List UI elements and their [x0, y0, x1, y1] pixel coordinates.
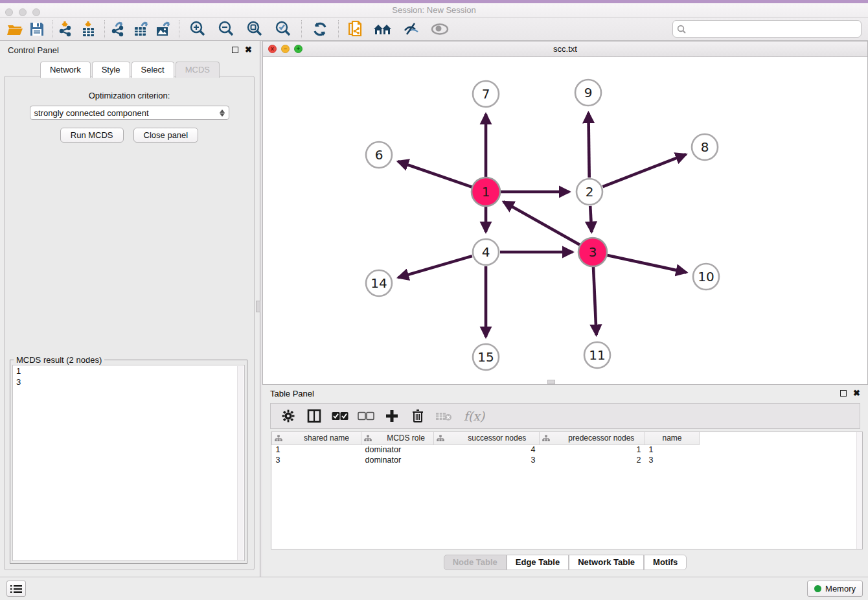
table-cell[interactable]: 1: [645, 444, 700, 455]
new-network-button[interactable]: [343, 19, 369, 39]
close-panel-icon[interactable]: ✖: [245, 47, 252, 53]
main-toolbar: [0, 17, 868, 41]
edge-1-6[interactable]: [398, 161, 472, 187]
node-label-10: 10: [698, 269, 714, 284]
edge-2-9[interactable]: [588, 113, 589, 178]
memory-label: Memory: [825, 584, 856, 594]
tab-node-table[interactable]: Node Table: [444, 555, 507, 570]
vertical-splitter-grip[interactable]: [256, 301, 260, 312]
open-session-icon: [6, 21, 23, 37]
tab-network-table[interactable]: Network Table: [569, 555, 644, 570]
deselect-all-button[interactable]: [358, 408, 374, 424]
column-header-successor-nodes[interactable]: successor nodes: [434, 432, 540, 444]
toolbar-separator: [179, 20, 179, 38]
table-cell[interactable]: 3: [272, 455, 361, 465]
window-traffic-lights[interactable]: [5, 8, 40, 16]
edge-4-14[interactable]: [398, 256, 472, 277]
column-type-icon: [275, 435, 282, 442]
export-table-button[interactable]: [131, 19, 153, 39]
delete-table-button[interactable]: [435, 408, 452, 424]
edge-2-3[interactable]: [590, 206, 591, 232]
search-input[interactable]: [689, 24, 861, 34]
save-session-button[interactable]: [26, 19, 48, 39]
close-network-icon[interactable]: x: [268, 45, 277, 53]
network-canvas[interactable]: 7968124314101511: [263, 57, 867, 384]
zoom-selected-button[interactable]: [269, 19, 297, 39]
tab-mcds[interactable]: MCDS: [176, 62, 220, 78]
column-header-MCDS-role[interactable]: MCDS role: [361, 432, 434, 444]
tab-select[interactable]: Select: [131, 62, 174, 78]
minimize-network-icon[interactable]: –: [281, 45, 290, 53]
edge-3-1[interactable]: [503, 202, 580, 245]
task-history-button[interactable]: [6, 581, 26, 597]
table-row[interactable]: 3dominator323: [272, 455, 700, 465]
open-session-button[interactable]: [4, 19, 26, 39]
network-graph[interactable]: 7968124314101511: [263, 57, 867, 384]
save-session-icon: [29, 21, 45, 37]
run-mcds-button[interactable]: Run MCDS: [60, 128, 124, 143]
export-network-button[interactable]: [109, 19, 131, 39]
zoom-fit-button[interactable]: [240, 19, 269, 39]
minimize-window-icon[interactable]: [19, 8, 27, 16]
table-cell[interactable]: dominator: [361, 444, 434, 455]
table-row[interactable]: 1dominator411: [272, 444, 700, 455]
column-type-icon: [542, 435, 550, 442]
maximize-network-icon[interactable]: +: [294, 45, 303, 53]
table-scrollbar[interactable]: [856, 432, 862, 549]
hide-panel-button[interactable]: [397, 19, 426, 39]
import-network-button[interactable]: [56, 19, 78, 39]
column-header-predecessor-nodes[interactable]: predecessor nodes: [540, 432, 645, 444]
delete-column-button[interactable]: [409, 408, 426, 424]
refresh-button[interactable]: [306, 19, 334, 39]
add-column-button[interactable]: [383, 408, 400, 424]
result-item[interactable]: 3: [13, 376, 244, 387]
scrollbar[interactable]: [237, 366, 244, 560]
float-panel-icon[interactable]: [232, 47, 238, 53]
edge-2-8[interactable]: [603, 154, 687, 187]
edge-3-11[interactable]: [593, 266, 597, 335]
export-image-button[interactable]: [153, 19, 175, 39]
table-cell[interactable]: 2: [540, 455, 645, 465]
result-item[interactable]: 1: [13, 365, 244, 376]
table-cell[interactable]: 3: [645, 455, 700, 465]
criterion-select[interactable]: strongly connected component: [30, 106, 229, 120]
column-layout-button[interactable]: [306, 408, 323, 424]
close-panel-button[interactable]: Close panel: [133, 128, 199, 143]
network-window-titlebar[interactable]: scc.txt x – +: [263, 41, 867, 57]
memory-button[interactable]: Memory: [807, 581, 863, 597]
table-cell[interactable]: 4: [434, 444, 540, 455]
column-header-shared-name[interactable]: shared name: [272, 432, 361, 444]
import-table-button[interactable]: [78, 19, 100, 39]
import-table-icon: [80, 21, 98, 38]
node-table[interactable]: shared nameMCDS rolesuccessor nodesprede…: [271, 432, 863, 549]
horizontal-splitter-grip[interactable]: [547, 380, 555, 384]
select-all-button[interactable]: [332, 408, 348, 424]
function-builder-button[interactable]: f(x): [461, 408, 487, 424]
close-window-icon[interactable]: [5, 8, 13, 16]
table-cell[interactable]: dominator: [361, 455, 434, 465]
control-panel-title: Control Panel: [8, 45, 59, 55]
table-cell[interactable]: 1: [540, 444, 645, 455]
table-cell[interactable]: 1: [272, 444, 361, 455]
tab-style[interactable]: Style: [92, 62, 130, 78]
home-button[interactable]: [369, 19, 397, 39]
zoom-in-button[interactable]: [183, 19, 212, 39]
float-table-panel-icon[interactable]: [840, 390, 847, 397]
mcds-tab-content: Optimization criterion: strongly connect…: [4, 76, 255, 570]
mcds-result-list[interactable]: 13: [12, 365, 245, 561]
show-eye-button[interactable]: [426, 19, 454, 39]
search-box[interactable]: [672, 20, 862, 38]
edge-3-10[interactable]: [606, 255, 686, 273]
tab-motifs[interactable]: Motifs: [644, 555, 687, 570]
zoom-out-button[interactable]: [212, 19, 240, 39]
column-header-name[interactable]: name: [645, 432, 700, 444]
tab-network[interactable]: Network: [40, 62, 91, 78]
tab-edge-table[interactable]: Edge Table: [507, 555, 569, 570]
close-table-panel-icon[interactable]: ✖: [853, 390, 860, 397]
zoom-window-icon[interactable]: [32, 8, 40, 16]
export-table-icon: [133, 21, 151, 38]
settings-gear-button[interactable]: [280, 408, 297, 424]
toolbar-separator: [301, 20, 302, 38]
table-cell[interactable]: 3: [434, 455, 540, 465]
zoom-selected-icon: [274, 20, 292, 38]
